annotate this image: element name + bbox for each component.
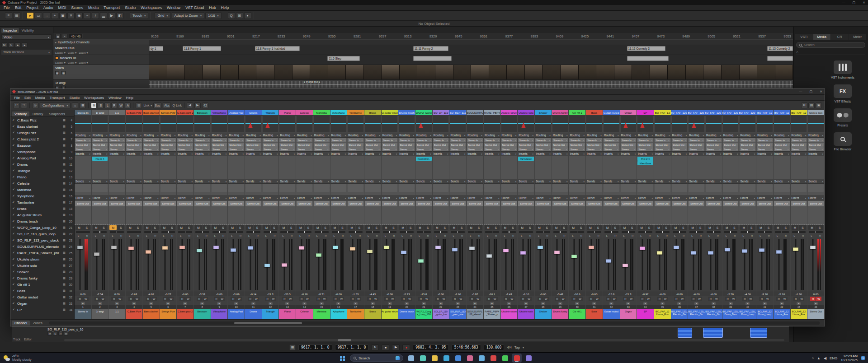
fader-cap[interactable] [486,254,492,258]
send-slots[interactable] [433,184,449,195]
rack-inserts[interactable]: Inserts▾ [211,151,228,156]
volume-fader[interactable] [75,237,91,292]
rack-inserts[interactable]: Inserts▾ [364,151,381,156]
visibility-item-gtr-riff-1[interactable]: ✓Gtr riff 1▦30 [10,281,74,288]
send-slots[interactable] [177,184,193,195]
fader-cap[interactable] [77,246,83,249]
taskbar-clock[interactable]: 12:29 AM 10/17/2025 [840,354,858,362]
discord-icon[interactable] [524,354,533,363]
media-search-input[interactable] [804,43,849,47]
pan-control[interactable] [126,230,142,234]
insert-slots[interactable] [262,156,279,179]
check-icon[interactable]: ✓ [12,276,16,280]
rack-inserts[interactable]: Inserts▾ [637,151,654,156]
mixconsole-titlebar[interactable]: MixConsole - 2025 Ger bul — ▢ ✕ [10,89,825,95]
eq-curve-thumbnail[interactable] [774,116,790,133]
solo-button[interactable]: S [509,225,516,230]
output-routing-cell[interactable]: Stereo Out [143,201,159,206]
fader-cap[interactable] [742,249,748,253]
pan-control[interactable] [705,230,722,234]
visibility-item-shaker[interactable]: ✓Shaker▦28 [10,269,74,275]
channel-name-top[interactable]: BO_FAF_120_ [671,110,688,116]
pan-control[interactable] [586,230,603,234]
routing-cell[interactable]: Stereo Out▾ [228,143,244,147]
quick-controls-area[interactable] [279,207,296,225]
routing-cell[interactable]: Stereo▾ [757,147,773,151]
edit-channel-button[interactable]: e [814,302,818,305]
channel-name-bottom[interactable]: Vibraphone [211,309,228,317]
output-routing-cell[interactable]: Stereo Out [109,201,125,206]
write-automation-button[interactable]: W [526,297,532,301]
channel-name-bottom[interactable]: BO_FAF_120_Drum_Tam [722,309,739,317]
routing-cell[interactable]: Stereo Out▾ [723,143,739,147]
volume-fader[interactable] [108,237,125,292]
channel-name-top[interactable]: Drums brush [398,110,415,116]
rack-routing[interactable]: Routing▾ [313,133,330,138]
primary-time-display[interactable]: 9617. 1. 1. 0 [298,344,332,350]
send-slots[interactable] [262,184,279,195]
menu-window[interactable]: Window [167,5,180,10]
insert-plugin[interactable]: RoomWor.. [416,157,432,161]
visibility-item-brass[interactable]: ✓Brass▦18 [10,205,74,212]
video-thumbnails-icon[interactable]: ▦ [61,71,66,74]
volume-fader[interactable] [449,237,466,292]
send-slots[interactable] [688,184,705,195]
channel-name-top[interactable]: Strings Pizz [160,110,177,116]
solo-button[interactable]: S [628,225,636,230]
solo-button[interactable]: S [236,225,244,230]
rack-sends[interactable]: Sends▾ [467,179,483,184]
read-automation-button[interactable]: R [504,297,509,301]
rack-sends[interactable]: Sends▾ [552,179,569,184]
channel-strip-so-rlp-113-22[interactable]: SO_RLP_113Routing▾Stereo In▾Stereo Out▾S… [449,110,467,319]
insert-slots[interactable] [296,156,313,179]
routing-cell[interactable]: Stereo▾ [126,147,142,151]
fader-cap[interactable] [384,246,390,249]
send-slots[interactable] [552,184,569,195]
routing-cell[interactable]: Stereo In▾ [808,138,824,142]
toolbar-icon[interactable]: ⊞ [236,12,243,19]
rack-inserts[interactable]: Inserts▾ [296,151,313,156]
channel-strip-bo-faf-120-38[interactable]: BO_FAF_120_Routing▾Stereo In▾Stereo Out▾… [722,110,740,319]
fader-cap[interactable] [196,249,202,252]
channel-name-bottom[interactable]: Bassoon [194,309,211,317]
copilot-icon[interactable] [418,354,428,363]
check-icon[interactable]: ✓ [12,308,16,312]
channel-name-bottom[interactable]: 1r angi [92,309,108,317]
routing-cell[interactable]: Stereo Out▾ [212,143,227,147]
rack-direct[interactable]: Direct▾ [347,195,364,200]
read-automation-button[interactable]: R [640,297,645,301]
track-control-zoom[interactable]: Zoom ▾ [79,51,88,54]
send-slots[interactable] [211,184,228,195]
pan-control[interactable] [620,230,637,234]
eq-curve-thumbnail[interactable] [637,116,654,133]
eq-curve-thumbnail[interactable] [279,116,296,133]
eq-curve-thumbnail[interactable] [382,116,398,133]
channel-name-bottom[interactable]: Marimba [313,309,330,317]
channel-strip-brass-17[interactable]: BrassRouting▾Stereo In▾Stereo Out▾Stereo… [364,110,382,319]
mute-button[interactable]: M [109,225,117,230]
channel-name-bottom[interactable]: Stereo In [75,309,91,317]
output-routing-cell[interactable]: Stereo Out [75,201,91,206]
check-icon[interactable]: ✓ [12,226,16,229]
mute-button[interactable]: M [144,225,151,230]
channel-strip-ukulele-strum-25[interactable]: Ukulele strumRouting▾Stereo In▾Stereo Ou… [501,110,518,319]
output-routing-cell[interactable]: Stereo Out [655,201,670,206]
routing-cell[interactable]: Stereo Out▾ [382,143,398,147]
channel-name-bottom[interactable]: Drums funky [552,309,569,317]
visibility-item-soulsurplus-elevado[interactable]: ✓SOULSURPLUS_elevado▦24 [10,243,74,250]
edit-channel-button[interactable]: e [712,302,716,305]
solo-button[interactable]: S [203,225,210,230]
whatsapp-icon[interactable] [500,354,510,363]
rack-sends[interactable]: Sends▾ [620,179,637,184]
inspector-tab-inspector[interactable]: Inspector [1,28,19,33]
send-slots[interactable] [126,184,142,195]
channel-name-top[interactable]: EP [637,110,654,116]
channel-strip-organ-32[interactable]: OrganRouting▾Stereo In▾Stereo Out▾Stereo… [620,110,637,319]
channel-strip-tamburine-16[interactable]: TamburineRouting▾Stereo In▾Stereo Out▾St… [347,110,364,319]
edit-channel-button[interactable]: e [115,302,119,305]
rack-sends[interactable]: Sends▾ [637,179,654,184]
write-automation-button[interactable]: W [322,297,327,301]
insert-slots[interactable] [330,156,347,179]
visibility-item-so-lp-110-guiro-loop[interactable]: ✓SO_LP_110_guiro_loop▦22 [10,231,74,237]
inspector-write-icon[interactable]: ▸ [22,42,28,47]
